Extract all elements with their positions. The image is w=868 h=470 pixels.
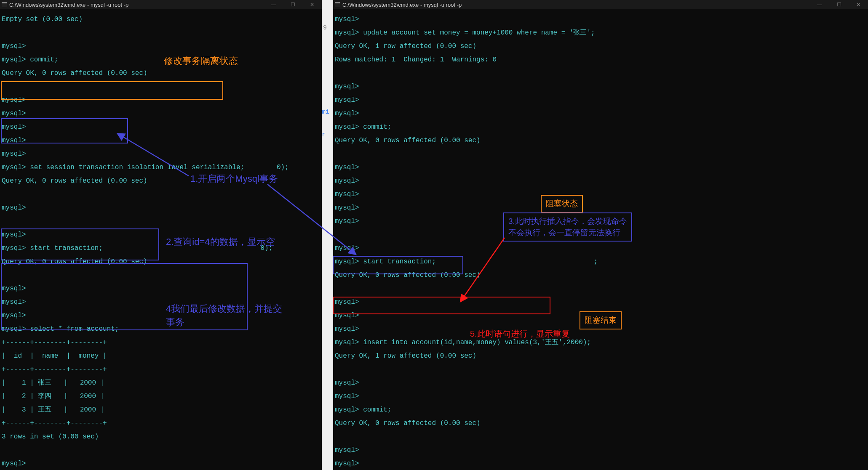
arrow-to-right-tx bbox=[267, 184, 355, 254]
arrow-to-left-tx bbox=[118, 134, 189, 176]
arrows-layer bbox=[0, 0, 868, 470]
arrow-step3-to-error bbox=[461, 238, 505, 301]
